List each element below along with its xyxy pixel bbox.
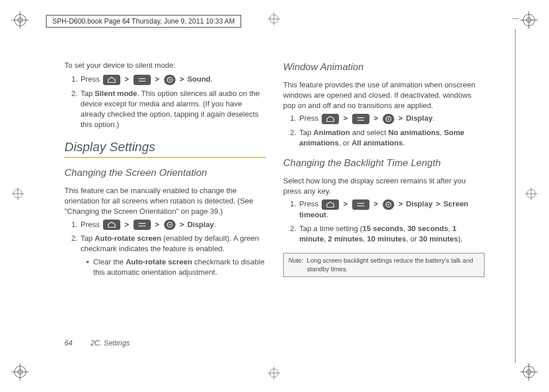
section-label: 2C. Settings: [90, 339, 129, 347]
right-column: Window Animation This feature provides t…: [283, 60, 485, 286]
home-icon: [103, 220, 120, 230]
crop-mark-mid-right: [525, 187, 537, 200]
svg-point-35: [169, 224, 170, 226]
orientation-step-2: 2. Tap Auto-rotate screen (enabled by de…: [73, 233, 266, 278]
svg-point-43: [387, 204, 389, 206]
crop-mark-mid-left: [12, 187, 24, 200]
settings-icon: [383, 199, 394, 210]
menu-icon: [352, 199, 369, 210]
crop-tick-tr: [512, 18, 519, 19]
silent-step-2: 2. Tap Silent mode. This option silences…: [73, 89, 266, 130]
note-label: Note:: [288, 256, 303, 274]
crop-mark-top-right: [520, 11, 537, 29]
backlight-step-1: 1. Press > > > Display > Screen timeout.: [291, 199, 485, 220]
window-animation-heading: Window Animation: [283, 60, 485, 74]
page-footer: 64 2C. Settings: [64, 339, 129, 347]
left-column: To set your device to silent mode: 1. Pr…: [64, 60, 266, 286]
orientation-step-1: 1. Press > > > Display.: [73, 220, 266, 230]
backlight-para: Select how long the display screen remai…: [283, 176, 485, 197]
display-settings-heading: Display Settings: [64, 139, 266, 159]
screen-orientation-heading: Changing the Screen Orientation: [64, 166, 266, 180]
menu-icon: [134, 220, 151, 230]
backlight-step-2: 2. Tap a time setting (15 seconds, 30 se…: [291, 224, 485, 244]
settings-icon: [383, 114, 394, 124]
svg-point-39: [387, 118, 389, 120]
crop-mark-bottom-center: [268, 367, 280, 379]
page-header-info: SPH-D600.book Page 64 Thursday, June 9, …: [46, 15, 241, 28]
settings-icon: [164, 75, 176, 85]
crop-mark-top-center: [268, 13, 280, 25]
home-icon: [322, 199, 339, 210]
crop-mark-top-left: [12, 11, 29, 29]
window-animation-para: This feature provides the use of animati…: [283, 80, 485, 112]
note-text: Long screen backlight settings reduce th…: [307, 256, 479, 274]
animation-step-1: 1. Press > > > Display.: [291, 113, 485, 124]
note-box: Note: Long screen backlight settings red…: [283, 253, 485, 278]
silent-mode-intro: To set your device to silent mode:: [64, 60, 266, 71]
svg-point-31: [169, 79, 170, 80]
page-number: 64: [64, 339, 73, 347]
crop-line-right: [515, 29, 516, 363]
menu-icon: [352, 114, 369, 124]
silent-step-1: 1. Press > > > Sound.: [73, 74, 266, 85]
home-icon: [322, 114, 339, 124]
home-icon: [103, 75, 120, 85]
crop-mark-bottom-left: [12, 363, 29, 381]
animation-step-2: 2. Tap Animation and select No animation…: [291, 128, 485, 148]
crop-mark-bottom-right: [520, 363, 537, 381]
backlight-heading: Changing the Backlight Time Length: [283, 156, 485, 170]
orientation-sub-bullet: Clear the Auto-rotate screen checkmark t…: [81, 257, 266, 278]
menu-icon: [134, 75, 151, 85]
screen-orientation-para: This feature can be manually enabled to …: [64, 186, 266, 217]
settings-icon: [164, 220, 176, 230]
